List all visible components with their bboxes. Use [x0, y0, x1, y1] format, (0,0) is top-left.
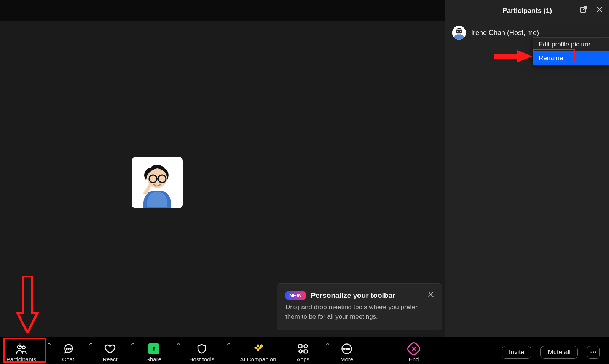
chat-caret[interactable]: [84, 337, 94, 364]
more-icon: [341, 343, 352, 354]
svg-point-17: [22, 346, 26, 349]
apps-icon: [297, 343, 309, 354]
share-screen-icon: [148, 343, 159, 354]
participants-button[interactable]: 1 Participants: [0, 337, 43, 364]
new-badge: NEW: [285, 291, 306, 300]
participants-panel-title: Participants (1): [502, 7, 552, 15]
person-avatar-illustration: [132, 157, 183, 208]
stage-top-bar: [0, 0, 445, 21]
share-label: Share: [146, 356, 161, 362]
apps-label: Apps: [297, 356, 309, 362]
chat-icon: [62, 343, 74, 354]
svg-point-27: [349, 348, 350, 350]
svg-point-23: [304, 345, 308, 348]
popover-title: Personalize your toolbar: [311, 291, 395, 300]
popover-body: Drag and drop meeting tools where you pr…: [285, 303, 433, 321]
heart-icon: [104, 343, 116, 354]
shield-icon: [196, 343, 207, 354]
svg-rect-21: [299, 345, 302, 348]
mute-all-button[interactable]: Mute all: [540, 346, 578, 359]
participant-name: Irene Chan (Host, me): [471, 29, 539, 37]
svg-point-19: [68, 348, 69, 350]
svg-point-18: [66, 348, 67, 350]
svg-point-30: [595, 351, 596, 353]
react-label: React: [102, 356, 117, 362]
end-label: End: [409, 356, 419, 362]
chat-label: Chat: [62, 356, 74, 362]
ai-companion-label: AI Companion: [240, 356, 276, 362]
end-button[interactable]: ✕ End: [397, 337, 430, 364]
personalize-toolbar-popover: NEW Personalize your toolbar Drag and dr…: [277, 283, 442, 330]
host-tools-label: Host tools: [189, 356, 215, 362]
svg-point-25: [344, 348, 345, 350]
more-options-button[interactable]: [587, 346, 600, 359]
popover-close-icon[interactable]: [427, 291, 435, 300]
svg-rect-22: [304, 350, 308, 353]
invite-button[interactable]: Invite: [502, 346, 532, 359]
share-button[interactable]: Share: [136, 337, 172, 364]
popout-icon[interactable]: [579, 5, 588, 14]
participants-caret[interactable]: [43, 337, 52, 364]
end-meeting-icon: ✕: [408, 343, 419, 354]
menu-edit-profile-picture[interactable]: Edit profile picture: [533, 38, 609, 51]
svg-point-20: [70, 348, 71, 350]
participants-count-badge: 1: [18, 341, 21, 348]
participant-avatar: [452, 26, 466, 40]
meeting-toolbar: 1 Participants Chat: [0, 337, 609, 364]
participant-context-menu: Edit profile picture Rename: [533, 37, 609, 65]
menu-rename[interactable]: Rename: [533, 51, 609, 65]
sparkle-icon: [252, 343, 264, 354]
react-caret[interactable]: [126, 337, 136, 364]
host-tools-button[interactable]: Host tools: [181, 337, 222, 364]
svg-point-28: [591, 351, 592, 353]
participants-label: Participants: [6, 356, 36, 362]
svg-point-26: [346, 348, 348, 350]
more-label: More: [340, 356, 353, 362]
self-video-tile[interactable]: [132, 157, 183, 208]
more-button[interactable]: More: [330, 337, 363, 364]
apps-caret[interactable]: [321, 337, 330, 364]
share-caret[interactable]: [172, 337, 181, 364]
chat-button[interactable]: Chat: [52, 337, 84, 364]
svg-point-29: [593, 351, 594, 353]
apps-button[interactable]: Apps: [285, 337, 321, 364]
host-tools-caret[interactable]: [222, 337, 231, 364]
participants-panel-header: Participants (1): [445, 0, 609, 21]
ai-companion-button[interactable]: AI Companion: [231, 337, 285, 364]
react-button[interactable]: React: [94, 337, 126, 364]
close-panel-icon[interactable]: [595, 5, 604, 14]
